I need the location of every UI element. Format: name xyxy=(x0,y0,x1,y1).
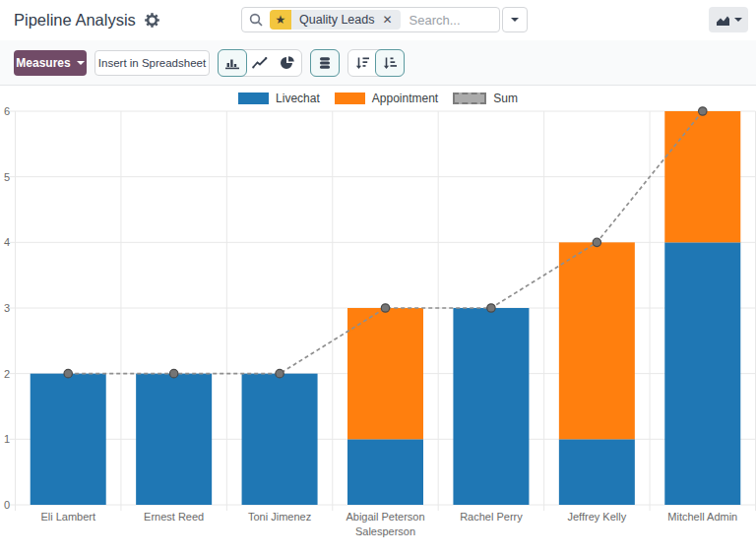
sum-marker-3[interactable] xyxy=(381,304,389,312)
insert-in-spreadsheet-button[interactable]: Insert in Spreadsheet xyxy=(94,50,210,76)
y-tick-label: 4 xyxy=(4,236,10,248)
control-bar: Measures Insert in Spreadsheet xyxy=(0,40,756,86)
sum-marker-5[interactable] xyxy=(593,238,600,246)
line-chart-icon xyxy=(252,55,268,71)
chart-type-group xyxy=(218,49,302,77)
sum-marker-4[interactable] xyxy=(487,304,495,312)
chart-legend: Livechat Appointment Sum xyxy=(0,92,756,105)
bar-livechat-4[interactable] xyxy=(453,308,529,505)
area-chart-icon xyxy=(716,14,730,27)
bar-livechat-0[interactable] xyxy=(31,374,106,505)
bar-appointment-6[interactable] xyxy=(664,111,740,242)
legend-item-livechat[interactable]: Livechat xyxy=(238,92,320,105)
x-tick-label: Abigail Peterson xyxy=(346,511,424,523)
top-bar: Pipeline Analysis ★ Quality Leads✕ Searc… xyxy=(0,0,756,40)
search-input[interactable]: ★ Quality Leads✕ Search... xyxy=(241,7,500,32)
x-tick-label: Jeffrey Kelly xyxy=(567,511,626,523)
y-tick-label: 3 xyxy=(4,302,10,314)
chevron-down-icon xyxy=(734,18,742,22)
y-tick-label: 6 xyxy=(4,105,10,117)
view-switcher-button[interactable] xyxy=(709,7,748,32)
bar-livechat-6[interactable] xyxy=(664,242,740,505)
sort-descending-icon xyxy=(354,55,370,71)
settings-gear-icon[interactable] xyxy=(145,13,159,28)
bar-chart-button[interactable] xyxy=(218,49,247,77)
measures-label: Measures xyxy=(16,56,70,70)
legend-swatch-appointment xyxy=(335,92,365,104)
sum-marker-6[interactable] xyxy=(699,107,707,115)
stacked-bar-chart[interactable]: 0123456Eli LambertErnest ReedToni Jimene… xyxy=(0,86,756,555)
pie-chart-icon xyxy=(280,55,295,71)
favorite-star-icon: ★ xyxy=(270,10,291,30)
sum-marker-0[interactable] xyxy=(64,369,72,377)
sort-ascending-icon xyxy=(382,55,398,71)
search-dropdown-toggle[interactable] xyxy=(502,7,528,32)
x-axis-title: Salesperson xyxy=(355,525,415,537)
legend-label: Livechat xyxy=(276,92,320,105)
sort-group xyxy=(347,49,405,77)
search-icon xyxy=(249,13,263,27)
y-tick-label: 5 xyxy=(4,171,10,183)
chart-region: Livechat Appointment Sum 0123456Eli Lamb… xyxy=(0,86,756,555)
search-bar: ★ Quality Leads✕ Search... xyxy=(241,7,528,32)
stacked-toggle-button[interactable] xyxy=(310,49,340,77)
close-icon[interactable]: ✕ xyxy=(382,13,392,27)
stacked-group xyxy=(310,49,340,77)
bar-appointment-3[interactable] xyxy=(347,308,423,439)
chevron-down-icon xyxy=(77,61,85,65)
x-tick-label: Eli Lambert xyxy=(40,511,95,523)
measures-button[interactable]: Measures xyxy=(14,50,87,76)
stacked-icon xyxy=(317,55,333,71)
search-facet[interactable]: ★ Quality Leads✕ xyxy=(270,10,401,30)
search-placeholder: Search... xyxy=(410,13,461,28)
page-title: Pipeline Analysis xyxy=(14,11,136,30)
sort-ascending-button[interactable] xyxy=(375,49,405,77)
bar-livechat-1[interactable] xyxy=(136,374,212,505)
line-chart-button[interactable] xyxy=(246,50,274,76)
bar-chart-icon xyxy=(224,55,240,71)
bar-livechat-5[interactable] xyxy=(559,439,635,505)
y-tick-label: 0 xyxy=(4,499,10,511)
chevron-down-icon xyxy=(511,18,519,22)
y-tick-label: 2 xyxy=(4,368,10,380)
legend-swatch-sum xyxy=(453,92,486,104)
sum-marker-2[interactable] xyxy=(276,369,284,377)
bar-livechat-3[interactable] xyxy=(347,439,423,505)
sort-descending-button[interactable] xyxy=(348,50,376,76)
x-tick-label: Rachel Perry xyxy=(460,511,523,523)
legend-label: Appointment xyxy=(372,92,438,105)
bar-appointment-5[interactable] xyxy=(559,242,635,439)
legend-item-sum[interactable]: Sum xyxy=(453,92,518,105)
y-tick-label: 1 xyxy=(4,433,10,445)
legend-item-appointment[interactable]: Appointment xyxy=(335,92,438,105)
legend-label: Sum xyxy=(493,92,518,105)
sum-marker-1[interactable] xyxy=(169,369,177,377)
x-tick-label: Ernest Reed xyxy=(144,511,204,523)
pie-chart-button[interactable] xyxy=(274,50,301,76)
bar-livechat-2[interactable] xyxy=(242,374,318,505)
x-tick-label: Mitchell Admin xyxy=(667,511,737,523)
insert-label: Insert in Spreadsheet xyxy=(98,57,206,69)
legend-swatch-livechat xyxy=(238,92,269,104)
x-tick-label: Toni Jimenez xyxy=(248,511,311,523)
facet-label: Quality Leads xyxy=(299,13,374,27)
